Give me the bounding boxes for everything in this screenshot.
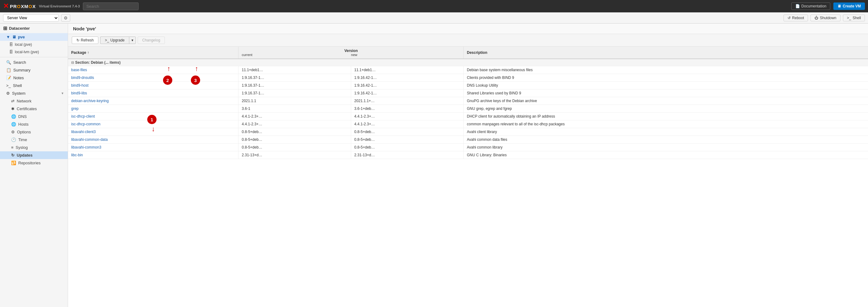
- cell-new: 11.1+deb1…: [351, 66, 464, 74]
- table-row[interactable]: isc-dhcp-client 4.4.1-2.3+… 4.4.1-2.3+… …: [68, 113, 868, 120]
- sidebar-item-system[interactable]: ⚙ System ▼: [0, 89, 68, 97]
- cell-current: 1:9.16.37-1…: [239, 82, 351, 89]
- table-row[interactable]: base-files 11.1+deb1… 11.1+deb1… Debian …: [68, 66, 868, 74]
- cell-package: bind9-dnsutils: [68, 74, 239, 82]
- cell-current: 11.1+deb1…: [239, 66, 351, 74]
- sidebar-item-dns[interactable]: 🌐 DNS: [0, 113, 68, 120]
- sidebar-item-updates[interactable]: ↻ Updates: [0, 151, 68, 159]
- sidebar-item-options[interactable]: ⚙ Options: [0, 128, 68, 136]
- cell-current: 2.31-13+d…: [239, 151, 351, 159]
- gear-button[interactable]: ⚙: [61, 14, 70, 22]
- upgrade-button-group: >_ Upgrade ▾: [100, 36, 136, 44]
- upgrade-button[interactable]: >_ Upgrade: [100, 36, 129, 44]
- cell-current: 0.8-5+deb…: [239, 136, 351, 144]
- table-row[interactable]: bind9-host 1:9.16.37-1… 1:9.16.42-1… DNS…: [68, 82, 868, 89]
- network-icon: ⇄: [11, 99, 14, 103]
- cell-package: bind9-host: [68, 82, 239, 89]
- content-header: Node 'pve': [68, 24, 868, 34]
- sidebar-item-shell[interactable]: >_ Shell: [0, 82, 68, 89]
- node-item[interactable]: ▼ 🖥 pve: [0, 33, 68, 41]
- cell-description: GNU C Library: Binaries: [464, 151, 868, 159]
- cell-description: GNU grep, egrep and fgrep: [464, 105, 868, 113]
- table-row[interactable]: debian-archive-keyring 2021.1.1 2021.1.1…: [68, 97, 868, 105]
- search-icon: 🔍: [6, 60, 11, 65]
- table-group-row: ⊟Section: Debian (... items): [68, 59, 868, 66]
- cell-package: libavahi-client3: [68, 128, 239, 136]
- server-view-select[interactable]: Server View: [3, 14, 59, 22]
- storage-icon-1: 🗄: [9, 42, 13, 47]
- shell-icon: >_: [847, 16, 851, 20]
- docs-button[interactable]: 📄 Documentation: [791, 2, 831, 10]
- updates-icon: ↻: [11, 153, 14, 157]
- toolbar: ↻ Refresh >_ Upgrade ▾ Changelog: [68, 34, 868, 47]
- col-version: Version current new: [239, 47, 464, 59]
- cell-current: 4.4.1-2.3+…: [239, 113, 351, 120]
- summary-icon: 📋: [6, 68, 11, 72]
- table-row[interactable]: libavahi-common-data 0.8-5+deb… 0.8-5+de…: [68, 136, 868, 144]
- options-icon: ⚙: [11, 130, 15, 134]
- cell-new: 0.8-5+deb…: [351, 128, 464, 136]
- cell-description: common manpages relevant to all of the i…: [464, 120, 868, 128]
- storage-icon-2: 🗄: [9, 50, 13, 54]
- system-caret: ▼: [61, 92, 64, 95]
- sidebar-item-summary[interactable]: 📋 Summary: [0, 66, 68, 74]
- sidebar-item-notes[interactable]: 📝 Notes: [0, 74, 68, 82]
- table-row[interactable]: libc-bin 2.31-13+d… 2.31-13+d… GNU C Lib…: [68, 151, 868, 159]
- system-icon: ⚙: [6, 91, 10, 96]
- main-layout: ⊞ Datacenter ▼ 🖥 pve 🗄 local (pve) 🗄 loc…: [0, 24, 868, 307]
- content-area: Node 'pve' ↻ Refresh >_ Upgrade ▾ Change…: [68, 24, 868, 307]
- node-db-icon: 🖥: [12, 35, 16, 39]
- table-row[interactable]: grep 3.6-1 3.6-1+deb… GNU grep, egrep an…: [68, 105, 868, 113]
- table-row[interactable]: libavahi-client3 0.8-5+deb… 0.8-5+deb… A…: [68, 128, 868, 136]
- cell-description: Shared Libraries used by BIND 9: [464, 89, 868, 97]
- sidebar-item-syslog[interactable]: ≡ Syslog: [0, 144, 68, 151]
- repositories-icon: 🔁: [11, 161, 16, 165]
- cell-description: Debian base system miscellaneous files: [464, 66, 868, 74]
- collapse-btn[interactable]: ⊟: [71, 61, 74, 64]
- updates-table: Package ↑ Version current new Descriptio…: [68, 47, 868, 159]
- cell-current: 0.8-5+deb…: [239, 144, 351, 151]
- upgrade-dropdown-button[interactable]: ▾: [129, 36, 136, 44]
- refresh-button[interactable]: ↻ Refresh: [72, 36, 98, 44]
- sidebar-item-repositories[interactable]: 🔁 Repositories: [0, 159, 68, 167]
- cell-description: GnuPG archive keys of the Debian archive: [464, 97, 868, 105]
- sidebar-item-certificates[interactable]: ✱ Certificates: [0, 105, 68, 113]
- updates-table-container: Package ↑ Version current new Descriptio…: [68, 47, 868, 307]
- cell-package: libavahi-common-data: [68, 136, 239, 144]
- reboot-button[interactable]: ↺ Reboot: [783, 14, 808, 21]
- logo-ve: Virtual Environment 7.4-3: [39, 4, 80, 8]
- cell-new: 2021.1.1+…: [351, 97, 464, 105]
- datacenter-item[interactable]: ⊞ Datacenter: [0, 24, 68, 33]
- table-row[interactable]: isc-dhcp-common 4.4.1-2.3+… 4.4.1-2.3+… …: [68, 120, 868, 128]
- sidebar-item-hosts[interactable]: 🌐 Hosts: [0, 120, 68, 128]
- storage-local-lvm[interactable]: 🗄 local-lvm (pve): [0, 48, 68, 56]
- hosts-icon: 🌐: [11, 122, 16, 127]
- cell-current: 1:9.16.37-1…: [239, 74, 351, 82]
- create-vm-button[interactable]: 🖥 Create VM: [833, 2, 865, 10]
- shutdown-button[interactable]: ⏻ Shutdown: [810, 14, 840, 21]
- table-body: ⊟Section: Debian (... items) base-files …: [68, 59, 868, 159]
- sidebar-item-time[interactable]: 🕐 Time: [0, 136, 68, 144]
- sidebar-item-search[interactable]: 🔍 Search: [0, 59, 68, 66]
- search-input[interactable]: [83, 2, 138, 10]
- serverbar: Server View ⚙ ↺ Reboot ⏻ Shutdown >_ She…: [0, 12, 868, 24]
- cell-current: 4.4.1-2.3+…: [239, 120, 351, 128]
- cell-package: isc-dhcp-common: [68, 120, 239, 128]
- sidebar-item-network[interactable]: ⇄ Network: [0, 97, 68, 105]
- reboot-icon: ↺: [787, 16, 790, 20]
- cell-new: 1:9.16.42-1…: [351, 74, 464, 82]
- storage-local[interactable]: 🗄 local (pve): [0, 41, 68, 48]
- table-row[interactable]: bind9-libs 1:9.16.37-1… 1:9.16.42-1… Sha…: [68, 89, 868, 97]
- sidebar-menu: 🔍 Search 📋 Summary 📝 Notes >_ Shell ⚙ Sy…: [0, 57, 68, 167]
- syslog-icon: ≡: [11, 145, 13, 150]
- node-icon: ▼: [6, 35, 10, 39]
- changelog-button[interactable]: Changelog: [138, 36, 165, 44]
- table-row[interactable]: libavahi-common3 0.8-5+deb… 0.8-5+deb… A…: [68, 144, 868, 151]
- shell-button[interactable]: >_ Shell: [843, 14, 865, 21]
- cell-package: debian-archive-keyring: [68, 97, 239, 105]
- table-row[interactable]: bind9-dnsutils 1:9.16.37-1… 1:9.16.42-1……: [68, 74, 868, 82]
- dns-icon: 🌐: [11, 114, 16, 119]
- cell-package: libavahi-common3: [68, 144, 239, 151]
- cell-description: DNS Lookup Utility: [464, 82, 868, 89]
- sidebar: ⊞ Datacenter ▼ 🖥 pve 🗄 local (pve) 🗄 loc…: [0, 24, 68, 307]
